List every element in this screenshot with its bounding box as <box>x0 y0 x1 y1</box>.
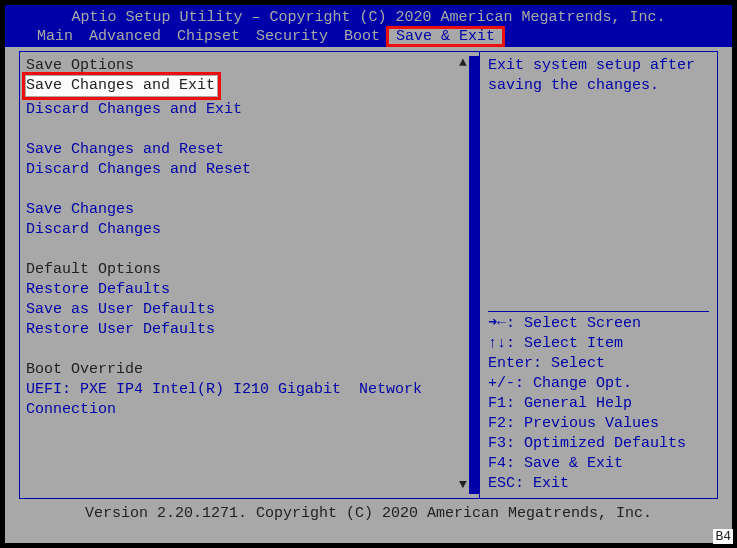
option-boot-override-1[interactable]: UEFI: PXE IP4 Intel(R) I210 Gigabit Netw… <box>26 380 473 400</box>
key-esc: ESC: Exit <box>488 474 709 494</box>
spacer <box>26 120 473 140</box>
corner-badge: B4 <box>713 529 733 544</box>
tab-advanced[interactable]: Advanced <box>81 28 169 45</box>
tab-bar: Main Advanced Chipset Security Boot Save… <box>5 28 732 47</box>
options-panel: Save Options Save Changes and Exit Disca… <box>19 51 479 499</box>
help-text: Exit system setup after <box>488 56 709 76</box>
key-f2: F2: Previous Values <box>488 414 709 434</box>
option-restore-defaults[interactable]: Restore Defaults <box>26 280 473 300</box>
tab-security[interactable]: Security <box>248 28 336 45</box>
option-restore-user-defaults[interactable]: Restore User Defaults <box>26 320 473 340</box>
group-heading: Default Options <box>26 260 473 280</box>
context-help: Exit system setup after saving the chang… <box>488 56 709 311</box>
group-heading: Boot Override <box>26 360 473 380</box>
option-save-changes[interactable]: Save Changes <box>26 200 473 220</box>
key-f1: F1: General Help <box>488 394 709 414</box>
tab-boot[interactable]: Boot <box>336 28 388 45</box>
scrollbar[interactable] <box>469 56 479 494</box>
group-heading: Save Options <box>26 56 473 76</box>
bios-window: Aptio Setup Utility – Copyright (C) 2020… <box>4 4 733 544</box>
body: Save Options Save Changes and Exit Disca… <box>5 47 732 499</box>
tab-main[interactable]: Main <box>29 28 81 45</box>
help-panel: Exit system setup after saving the chang… <box>479 51 718 499</box>
help-text: saving the changes. <box>488 76 709 96</box>
header-bar: Aptio Setup Utility – Copyright (C) 2020… <box>5 5 732 47</box>
key-legend: ➜←: Select Screen ↑↓: Select Item Enter:… <box>488 311 709 494</box>
spacer <box>26 180 473 200</box>
tab-save-exit[interactable]: Save & Exit <box>388 28 503 45</box>
scroll-up-icon[interactable]: ▲ <box>457 56 469 70</box>
scroll-down-icon[interactable]: ▼ <box>457 478 469 492</box>
option-discard-changes-reset[interactable]: Discard Changes and Reset <box>26 160 473 180</box>
tab-chipset[interactable]: Chipset <box>169 28 248 45</box>
option-save-user-defaults[interactable]: Save as User Defaults <box>26 300 473 320</box>
option-save-changes-exit[interactable]: Save Changes and Exit <box>26 76 217 96</box>
key-enter: Enter: Select <box>488 354 709 374</box>
footer-version: Version 2.20.1271. Copyright (C) 2020 Am… <box>5 499 732 524</box>
option-discard-changes[interactable]: Discard Changes <box>26 220 473 240</box>
key-select-screen: ➜←: Select Screen <box>488 314 709 334</box>
app-title: Aptio Setup Utility – Copyright (C) 2020… <box>5 7 732 28</box>
option-save-changes-reset[interactable]: Save Changes and Reset <box>26 140 473 160</box>
option-boot-override-2[interactable]: Connection <box>26 400 473 420</box>
spacer <box>26 240 473 260</box>
key-change-opt: +/-: Change Opt. <box>488 374 709 394</box>
key-f4: F4: Save & Exit <box>488 454 709 474</box>
spacer <box>26 340 473 360</box>
key-f3: F3: Optimized Defaults <box>488 434 709 454</box>
option-discard-changes-exit[interactable]: Discard Changes and Exit <box>26 100 473 120</box>
key-select-item: ↑↓: Select Item <box>488 334 709 354</box>
